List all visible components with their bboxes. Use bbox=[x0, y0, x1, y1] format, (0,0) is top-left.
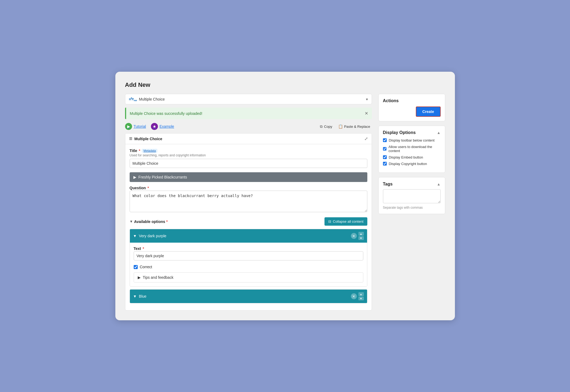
content-type-name: Multiple Choice bbox=[139, 97, 165, 101]
collapse-icon: ⊟ bbox=[328, 219, 331, 223]
tags-card: Tags ▲ Separate tags with commas bbox=[378, 177, 445, 214]
display-option-3-label: Display Embed button bbox=[389, 155, 423, 159]
question-textarea[interactable]: What color does the blackcurrant berry a… bbox=[130, 191, 367, 212]
display-option-1-checkbox[interactable] bbox=[383, 138, 387, 142]
tutorial-link[interactable]: ▶ Tutorial bbox=[125, 123, 146, 130]
expand-icon[interactable]: ⤢ bbox=[364, 136, 368, 141]
display-option-2-checkbox[interactable] bbox=[383, 147, 386, 151]
option-1-text-required: * bbox=[143, 246, 144, 251]
success-text: Multiple Choice was successfully uploade… bbox=[130, 111, 202, 116]
title-field-label: Title * Metadata bbox=[130, 149, 367, 153]
copy-label: Copy bbox=[324, 125, 332, 129]
option-2-arrow: ▼ bbox=[133, 294, 137, 298]
display-options-card: Display Options ▲ Display toolbar below … bbox=[378, 126, 445, 173]
option-header-right-1: ✕ ▲ ▼ bbox=[351, 232, 364, 240]
option-header-2: ▼ Blue ✕ ▲ ▼ bbox=[130, 290, 367, 303]
tags-header: Tags ▲ bbox=[383, 182, 441, 187]
option-1-text-input[interactable] bbox=[134, 251, 363, 260]
content-type-selector[interactable]: H5Phub Multiple Choice ▾ bbox=[125, 94, 372, 105]
option-1-arrow: ▼ bbox=[133, 234, 137, 238]
option-1-tips-toggle[interactable]: ▶ Tips and feedback bbox=[134, 272, 363, 283]
option-2-up-button[interactable]: ▲ bbox=[358, 292, 364, 296]
display-option-2-label: Allow users to download the content bbox=[389, 145, 441, 153]
section-toggle-label: Freshly Picked Blackcurrants bbox=[139, 175, 187, 179]
options-arrow: ▼ bbox=[130, 219, 133, 223]
option-header-right-2: ✕ ▲ ▼ bbox=[351, 292, 364, 300]
option-body-1: Text * Correct ▶ Tips a bbox=[130, 243, 367, 286]
metadata-badge[interactable]: Metadata bbox=[142, 149, 157, 153]
tags-title: Tags bbox=[383, 182, 393, 187]
option-1-correct-checkbox[interactable] bbox=[134, 265, 138, 269]
content-type-label: H5Phub Multiple Choice bbox=[129, 97, 165, 102]
option-1-tips-label: Tips and feedback bbox=[143, 275, 174, 280]
option-header-left-2: ▼ Blue bbox=[133, 294, 147, 298]
display-options-header: Display Options ▲ bbox=[383, 130, 441, 135]
option-1-arrows: ▲ ▼ bbox=[358, 232, 364, 240]
display-option-4: Display Copyright button bbox=[383, 162, 441, 166]
card-body: Title * Metadata Used for searching, rep… bbox=[125, 144, 372, 310]
display-option-4-label: Display Copyright button bbox=[389, 162, 427, 166]
success-message: Multiple Choice was successfully uploade… bbox=[125, 108, 372, 119]
paste-icon: 📋 bbox=[338, 124, 343, 129]
title-field-hint: Used for searching, reports and copyrigh… bbox=[130, 153, 367, 157]
display-option-4-checkbox[interactable] bbox=[383, 162, 387, 166]
example-link[interactable]: ★ Example bbox=[151, 123, 174, 130]
paste-replace-button[interactable]: 📋 Paste & Replace bbox=[337, 123, 372, 130]
page-title: Add New bbox=[125, 81, 445, 88]
option-2-down-button[interactable]: ▼ bbox=[358, 297, 364, 300]
options-label-text: Available options bbox=[134, 219, 165, 224]
example-icon: ★ bbox=[151, 123, 158, 130]
section-toggle[interactable]: ▶ Freshly Picked Blackcurrants bbox=[130, 172, 367, 182]
tutorial-label: Tutorial bbox=[134, 124, 146, 129]
copy-button[interactable]: ⧉ Copy bbox=[318, 123, 334, 130]
options-label: ▼ Available options * bbox=[130, 219, 168, 224]
display-option-3: Display Embed button bbox=[383, 155, 441, 159]
copy-paste-row: ⧉ Copy 📋 Paste & Replace bbox=[318, 123, 372, 130]
option-1-text-label: Text * bbox=[134, 246, 363, 251]
option-header-left-1: ▼ Very dark purple bbox=[133, 234, 167, 238]
option-1-label: Very dark purple bbox=[139, 234, 166, 238]
paste-replace-label: Paste & Replace bbox=[344, 125, 370, 129]
content-card-header: ☰ Multiple Choice ⤢ bbox=[125, 133, 372, 144]
actions-title: Actions bbox=[383, 98, 441, 103]
title-input[interactable] bbox=[130, 159, 367, 168]
example-label: Example bbox=[160, 124, 174, 129]
option-1-correct-row: Correct bbox=[134, 265, 363, 269]
display-option-1-label: Display toolbar below content bbox=[389, 138, 435, 142]
content-card-title: Multiple Choice bbox=[134, 137, 162, 141]
tags-hint: Separate tags with commas bbox=[383, 206, 441, 209]
option-1-text-group: Text * bbox=[134, 246, 363, 260]
question-required: * bbox=[147, 186, 149, 190]
title-label-text: Title bbox=[130, 149, 137, 153]
option-header-1: ▼ Very dark purple ✕ ▲ ▼ bbox=[130, 229, 367, 243]
options-header: ▼ Available options * ⊟ Collapse all con… bbox=[130, 217, 367, 226]
title-required: * bbox=[139, 149, 140, 153]
question-label: Question * bbox=[130, 186, 367, 190]
left-panel: H5Phub Multiple Choice ▾ Multiple Choice… bbox=[125, 94, 372, 311]
display-option-1: Display toolbar below content bbox=[383, 138, 441, 142]
content-card-header-title: ☰ Multiple Choice bbox=[129, 137, 162, 141]
option-2-label: Blue bbox=[139, 294, 146, 298]
option-2-close-button[interactable]: ✕ bbox=[351, 293, 357, 299]
tags-input[interactable] bbox=[383, 189, 441, 203]
options-required: * bbox=[166, 219, 168, 224]
collapse-label: Collapse all content bbox=[333, 219, 363, 223]
hamburger-icon: ☰ bbox=[129, 137, 132, 141]
display-option-3-checkbox[interactable] bbox=[383, 155, 387, 159]
tutorial-icon: ▶ bbox=[125, 123, 132, 130]
tutorial-links: ▶ Tutorial ★ Example bbox=[125, 123, 174, 130]
option-1-down-button[interactable]: ▼ bbox=[358, 236, 364, 240]
collapse-all-button[interactable]: ⊟ Collapse all content bbox=[324, 217, 367, 226]
tags-collapse-icon[interactable]: ▲ bbox=[437, 182, 441, 186]
option-1-close-button[interactable]: ✕ bbox=[351, 233, 357, 239]
display-options-collapse-icon[interactable]: ▲ bbox=[437, 130, 441, 135]
question-field-group: Question * What color does the blackcurr… bbox=[130, 186, 367, 213]
create-button[interactable]: Create bbox=[416, 106, 441, 117]
option-1-up-button[interactable]: ▲ bbox=[358, 232, 364, 236]
option-1-tips-arrow: ▶ bbox=[138, 275, 141, 280]
option-1-correct-label: Correct bbox=[140, 265, 152, 269]
h5p-logo: H5Phub bbox=[129, 97, 137, 102]
main-card: Add New H5Phub Multiple Choice ▾ Multipl… bbox=[115, 72, 455, 321]
close-success-button[interactable]: ✕ bbox=[365, 111, 368, 116]
right-panel: Actions Create Display Options ▲ Display… bbox=[378, 94, 445, 214]
